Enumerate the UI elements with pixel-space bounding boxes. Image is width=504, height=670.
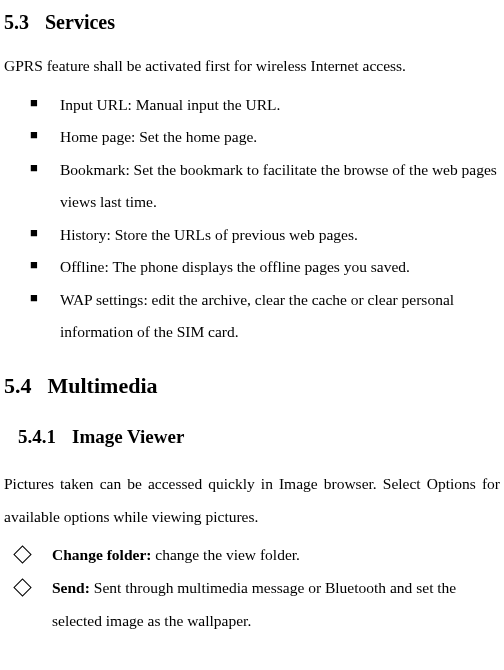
section-number: 5.4 [4,373,32,398]
list-item: Change folder: change the view folder. [14,539,500,572]
image-viewer-intro: Pictures taken can be accessed quickly i… [4,468,500,533]
list-item: Offline: The phone displays the offline … [30,251,500,284]
list-item: Bookmark: Set the bookmark to facilitate… [30,154,500,219]
list-item: WAP settings: edit the archive, clear th… [30,284,500,349]
services-list: Input URL: Manual input the URL. Home pa… [4,89,500,349]
section-number: 5.3 [4,11,29,33]
list-item: Send: Sent through multimedia message or… [14,572,500,637]
services-intro: GPRS feature shall be activated first fo… [4,50,500,83]
list-item: History: Store the URLs of previous web … [30,219,500,252]
list-item: Home page: Set the home page. [30,121,500,154]
section-heading-multimedia: 5.4Multimedia [4,371,500,402]
subsection-heading-image-viewer: 5.4.1Image Viewer [18,424,500,451]
image-viewer-list: Change folder: change the view folder. S… [4,539,500,637]
item-text: change the view folder. [151,546,299,563]
subsection-number: 5.4.1 [18,426,56,447]
item-label: Send: [52,579,90,596]
list-item: Input URL: Manual input the URL. [30,89,500,122]
subsection-title: Image Viewer [72,426,184,447]
item-text: Sent through multimedia message or Bluet… [52,579,456,629]
section-title: Multimedia [48,373,158,398]
section-title: Services [45,11,115,33]
item-label: Change folder: [52,546,151,563]
section-heading-services: 5.3Services [4,8,500,36]
